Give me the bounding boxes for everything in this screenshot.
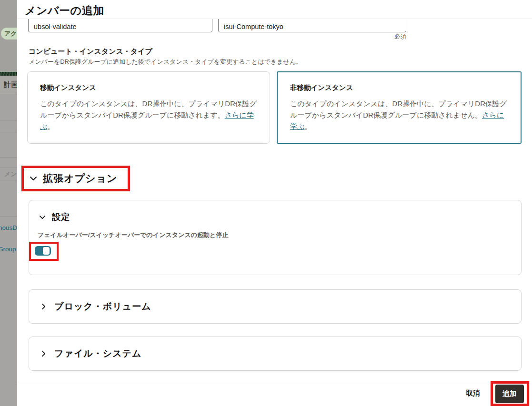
status-badge: アク xyxy=(1,28,17,40)
block-volume-expander[interactable]: ブロック・ボリューム xyxy=(29,289,522,324)
chevron-right-icon xyxy=(41,303,46,310)
add-member-dialog: 必須 コンピュート・インスタンス・タイプ メンバーをDR保護グループに追加した後… xyxy=(17,0,532,406)
toggle-annotation-box xyxy=(29,242,59,261)
link-group[interactable]: Group xyxy=(0,246,16,253)
advanced-options-annotation-box: 拡張オプション xyxy=(21,166,130,191)
settings-title: 設定 xyxy=(52,211,70,223)
add-button-annotation-box xyxy=(491,381,529,406)
card-body-text: このタイプのインスタンスは、DR操作中に、プライマリDR保護グループからスタンバ… xyxy=(290,99,507,119)
divider xyxy=(0,168,17,168)
divider xyxy=(0,132,17,132)
block-volume-label: ブロック・ボリューム xyxy=(54,300,151,313)
instance-type-heading: コンピュート・インスタンス・タイプ xyxy=(29,47,152,56)
divider xyxy=(0,217,17,217)
divider xyxy=(0,180,17,180)
chevron-right-icon xyxy=(41,350,46,357)
divider xyxy=(0,120,17,120)
banner-image xyxy=(0,72,17,76)
instance-type-description: メンバーをDR保護グループに追加した後でインスタンス・タイプを変更することはでき… xyxy=(29,58,302,66)
card-description: このタイプのインスタンスは、DR操作中に、プライマリDR保護グループからスタンバ… xyxy=(40,98,259,132)
table-header-members: メン xyxy=(4,170,17,178)
period: 。 xyxy=(47,122,54,130)
dialog-content: 必須 コンピュート・インスタンス・タイプ メンバーをDR保護グループに追加した後… xyxy=(17,0,532,381)
chevron-down-icon xyxy=(40,213,45,221)
dialog-header: メンバーの追加 xyxy=(17,0,532,19)
required-label: 必須 xyxy=(218,33,406,41)
background-page: アク 計画 メン nousD Group xyxy=(0,0,17,406)
card-moving-instance[interactable]: 移動インスタンス このタイプのインスタンスは、DR操作中に、プライマリDR保護グ… xyxy=(27,71,270,144)
dialog-title: メンバーの追加 xyxy=(25,3,104,18)
card-title: 移動インスタンス xyxy=(40,83,259,92)
card-description: このタイプのインスタンスは、DR操作中に、プライマリDR保護グループからスタンバ… xyxy=(290,98,510,132)
file-system-expander[interactable]: ファイル・システム xyxy=(29,337,522,371)
dialog-footer: 取消 追加 xyxy=(17,381,532,406)
settings-header[interactable]: 設定 xyxy=(40,211,70,223)
link-autonomous-db[interactable]: nousD xyxy=(0,224,17,231)
file-system-label: ファイル・システム xyxy=(54,347,142,360)
screen: アク 計画 メン nousD Group 必須 コンピュート・インスタンス・タイ… xyxy=(0,0,532,406)
card-non-moving-instance-selected[interactable]: 非移動インスタンス このタイプのインスタンスは、DR操作中に、プライマリDR保護… xyxy=(277,71,522,144)
cancel-button[interactable]: 取消 xyxy=(466,389,480,398)
toggle-label: フェイルオーバー/スイッチオーバーでのインスタンスの起動と停止 xyxy=(38,231,228,239)
advanced-options-expander[interactable]: 拡張オプション xyxy=(43,172,117,185)
chevron-down-icon[interactable] xyxy=(30,176,37,181)
settings-panel: 設定 フェイルオーバー/スイッチオーバーでのインスタンスの起動と停止 xyxy=(29,200,522,275)
divider xyxy=(0,157,17,158)
period: 。 xyxy=(304,122,311,130)
card-title: 非移動インスタンス xyxy=(290,83,510,92)
tab-plan[interactable]: 計画 xyxy=(0,76,17,94)
